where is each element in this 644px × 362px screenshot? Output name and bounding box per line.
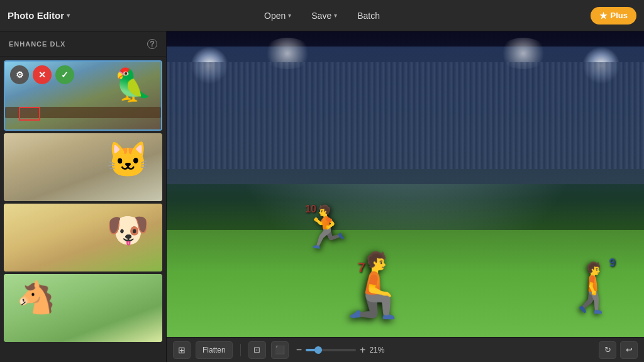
undo-icon: ↩ <box>626 345 633 354</box>
batch-menu[interactable]: Batch <box>357 11 380 21</box>
save-chevron: ▾ <box>334 12 337 19</box>
thumbnail-horse[interactable]: 🐴 <box>4 274 162 342</box>
cat-image: 🐱 <box>4 133 162 201</box>
resize-button[interactable]: ⬛ <box>271 341 289 359</box>
zoom-control: − + 21% <box>296 345 390 355</box>
separator-1 <box>240 344 241 356</box>
thumbnail-cat[interactable]: 🐱 <box>4 133 162 201</box>
resize-icon: ⬛ <box>275 345 285 354</box>
layers-icon: ⊞ <box>178 345 186 355</box>
batch-label: Batch <box>357 11 380 21</box>
save-label: Save <box>311 11 331 21</box>
jersey-7: 7 <box>358 260 365 276</box>
accept-button[interactable]: ✓ <box>55 65 74 84</box>
open-menu[interactable]: Open ▾ <box>264 11 291 21</box>
help-label: ? <box>150 39 155 48</box>
open-chevron: ▾ <box>288 12 291 19</box>
bottom-toolbar: ⊞ Flatten ⊡ ⬛ − + 21% <box>167 337 644 362</box>
rotate-button[interactable]: ↻ <box>599 341 616 359</box>
soccer-image: 🧎 🏃 🚶 7 10 9 <box>167 31 644 337</box>
player-main: 🧎 <box>334 248 413 322</box>
jersey-10: 10 <box>305 204 316 215</box>
zoom-slider-thumb[interactable] <box>314 346 322 354</box>
settings-button[interactable]: ⚙ <box>10 65 29 84</box>
canvas-view[interactable]: 🧎 🏃 🚶 7 10 9 <box>167 31 644 337</box>
plus-label: Plus <box>611 11 628 20</box>
thumb-overlay: ⚙ ✕ ✓ <box>5 62 161 129</box>
plus-button[interactable]: ★ Plus <box>591 7 636 25</box>
sidebar: ENHANCE DLX ? 🦜 <box>0 31 167 362</box>
thumbnail-parrot[interactable]: 🦜 ⚙ ✕ ✓ <box>4 60 162 131</box>
topbar: Photo Editor ▾ Open ▾ Save ▾ Batch ★ Plu… <box>0 0 644 31</box>
help-icon[interactable]: ? <box>147 39 157 49</box>
canvas-area: 🧎 🏃 🚶 7 10 9 ⊞ <box>167 31 644 362</box>
panel-header: ENHANCE DLX ? <box>0 31 166 57</box>
zoom-minus-button[interactable]: − <box>296 345 302 355</box>
app-title-text: Photo Editor <box>8 10 64 21</box>
thumbnail-dog[interactable]: 🐶 <box>4 204 162 272</box>
overlay-buttons: ⚙ ✕ ✓ <box>5 62 161 88</box>
crop-icon: ⊡ <box>253 345 260 354</box>
crop-button[interactable]: ⊡ <box>248 341 266 359</box>
dog-image: 🐶 <box>4 204 162 272</box>
zoom-plus-button[interactable]: + <box>360 345 365 355</box>
layers-button[interactable]: ⊞ <box>173 341 191 359</box>
main-layout: ENHANCE DLX ? 🦜 <box>0 31 644 362</box>
horse-image: 🐴 <box>4 274 162 342</box>
jersey-9: 9 <box>609 256 615 270</box>
zoom-slider[interactable] <box>306 349 356 351</box>
undo-button[interactable]: ↩ <box>620 341 638 359</box>
center-nav: Open ▾ Save ▾ Batch <box>264 11 380 21</box>
app-title-chevron: ▾ <box>67 12 70 19</box>
save-menu[interactable]: Save ▾ <box>311 11 337 21</box>
horse-icon: 🐴 <box>16 279 55 315</box>
dog-icon: 🐶 <box>106 210 150 251</box>
app-title[interactable]: Photo Editor ▾ <box>8 10 70 21</box>
cat-icon: 🐱 <box>106 140 150 180</box>
cancel-button[interactable]: ✕ <box>33 65 52 84</box>
panel-title: ENHANCE DLX <box>9 40 65 48</box>
rotate-icon: ↻ <box>604 345 611 354</box>
thumbnail-list: 🦜 ⚙ ✕ ✓ 🐱 <box>0 57 166 362</box>
open-label: Open <box>264 11 286 21</box>
flatten-label: Flatten <box>203 346 226 354</box>
bottom-right-controls: ↻ ↩ <box>599 341 638 359</box>
plus-star-icon: ★ <box>599 11 608 21</box>
flatten-button[interactable]: Flatten <box>196 341 233 359</box>
zoom-percent-label: 21% <box>369 346 389 354</box>
